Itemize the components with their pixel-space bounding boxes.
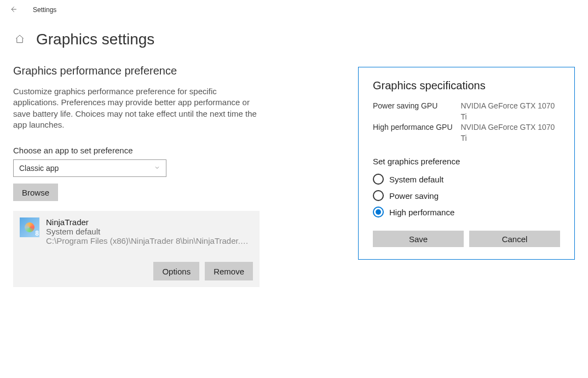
- home-button[interactable]: [13, 33, 26, 46]
- section-heading: Graphics performance preference: [13, 65, 260, 77]
- radio-option[interactable]: Power saving: [373, 190, 560, 201]
- browse-button[interactable]: Browse: [13, 184, 58, 201]
- graphics-spec-panel: Graphics specifications Power saving GPU…: [358, 67, 575, 260]
- radio-icon: [373, 190, 384, 201]
- panel-subheading: Set graphics preference: [373, 157, 560, 166]
- spec-label: High performance GPU: [373, 122, 460, 144]
- spec-row: Power saving GPUNVIDIA GeForce GTX 1070 …: [373, 101, 560, 122]
- spec-list: Power saving GPUNVIDIA GeForce GTX 1070 …: [373, 101, 560, 144]
- spec-row: High performance GPUNVIDIA GeForce GTX 1…: [373, 122, 560, 144]
- radio-label: High performance: [389, 208, 454, 217]
- titlebar: Settings: [0, 0, 588, 20]
- save-button[interactable]: Save: [373, 231, 464, 247]
- app-icon: [20, 217, 39, 237]
- radio-label: System default: [389, 175, 443, 184]
- radio-icon: [373, 207, 384, 217]
- radio-option[interactable]: High performance: [373, 207, 560, 217]
- chevron-down-icon: [154, 164, 160, 173]
- preference-radio-group: System defaultPower savingHigh performan…: [373, 174, 560, 217]
- left-column: Graphics performance preference Customiz…: [13, 65, 260, 287]
- choose-app-label: Choose an app to set preference: [13, 146, 260, 155]
- section-description: Customize graphics performance preferenc…: [13, 86, 260, 130]
- home-icon: [15, 34, 25, 45]
- panel-heading: Graphics specifications: [373, 79, 560, 92]
- remove-button[interactable]: Remove: [205, 262, 253, 280]
- arrow-left-icon: [9, 5, 17, 15]
- radio-icon: [373, 174, 384, 185]
- back-button[interactable]: [4, 1, 22, 19]
- spec-value: NVIDIA GeForce GTX 1070 Ti: [460, 122, 560, 144]
- app-title: Settings: [33, 6, 56, 14]
- radio-label: Power saving: [389, 191, 439, 201]
- app-path: C:\Program Files (x86)\NinjaTrader 8\bin…: [46, 236, 253, 245]
- radio-option[interactable]: System default: [373, 174, 560, 185]
- app-card[interactable]: NinjaTrader System default C:\Program Fi…: [13, 211, 260, 287]
- spec-value: NVIDIA GeForce GTX 1070 Ti: [460, 101, 560, 122]
- options-button[interactable]: Options: [153, 262, 199, 280]
- app-type-dropdown[interactable]: Classic app: [13, 159, 166, 177]
- app-preference: System default: [46, 227, 253, 236]
- page-title: Graphics settings: [36, 31, 154, 48]
- app-name: NinjaTrader: [46, 217, 253, 227]
- page-header: Graphics settings: [0, 20, 588, 54]
- spec-label: Power saving GPU: [373, 101, 460, 122]
- cancel-button[interactable]: Cancel: [469, 231, 560, 247]
- dropdown-value: Classic app: [19, 164, 59, 173]
